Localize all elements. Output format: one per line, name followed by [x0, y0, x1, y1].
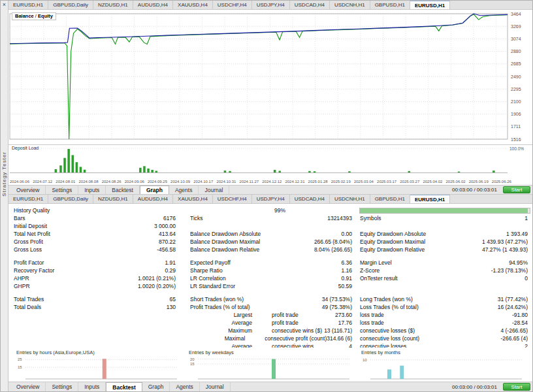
svg-text:25: 25 — [18, 357, 22, 361]
stat-label: Loss Trades (% of total) — [360, 304, 419, 310]
close-icon[interactable]: × — [3, 1, 6, 8]
start-button[interactable]: Start — [503, 186, 530, 193]
backtest-results: History Quality 99% Bars6176Ticks1321439… — [8, 204, 532, 348]
stat-label: Balance Drawdown Maximal — [190, 238, 260, 245]
symbol-tab-usdchf-h4[interactable]: USDCHF,H4 — [213, 195, 252, 203]
tester-tab-settings[interactable]: Settings — [46, 382, 78, 391]
stats-row: Total Net Profit413.64Balance Drawdown A… — [8, 230, 532, 238]
elapsed-time: 00:03:00 / 00:03:01 — [452, 186, 497, 194]
tester-tab-overview[interactable]: Overview — [10, 382, 46, 391]
start-button[interactable]: Start — [503, 383, 530, 391]
symbol-tab-nzdusd-h1[interactable]: NZDUSD,H1 — [93, 1, 133, 9]
symbol-tab-usdcnh-h1[interactable]: USDCNH,H1 — [330, 1, 370, 9]
stat-label: Total Net Profit — [8, 231, 120, 237]
legend-balance-label: Balance — [15, 13, 34, 19]
symbol-tab-usdcad-h4[interactable]: USDCAD,H4 — [290, 195, 330, 203]
tester-tab-overview[interactable]: Overview — [10, 186, 46, 194]
stat-value: 2 — [525, 343, 528, 348]
svg-text:1711: 1711 — [511, 124, 521, 129]
symbol-tab-usdcnh-h1[interactable]: USDCNH,H1 — [330, 195, 370, 203]
stat-label: AHPR — [8, 275, 120, 282]
graph-panel[interactable]: Balance / Equity 34643269307428802685249… — [8, 10, 532, 186]
tester-tab-journal[interactable]: Journal — [199, 186, 229, 194]
stat-label: LR Standard Error — [190, 283, 235, 289]
stat-value: 870.22 — [120, 238, 176, 245]
deposit-load-pane[interactable]: Deposit Load 100.0% — [8, 144, 532, 178]
tester-tab-bar-mid: OverviewSettingsInputsBacktestGraphAgent… — [8, 186, 532, 195]
stat-value: 4 — [349, 343, 352, 348]
stat-value: -1.23 (78.13%) — [491, 267, 528, 274]
svg-text:3269: 3269 — [511, 24, 521, 29]
tester-tab-journal[interactable]: Journal — [200, 382, 231, 391]
tester-tab-inputs[interactable]: Inputs — [78, 186, 106, 194]
tester-tab-inputs[interactable]: Inputs — [78, 382, 106, 391]
balance-equity-chart[interactable]: 3464326930742880268524902295210019061711… — [8, 10, 532, 144]
symbol-tab-nzdusd-h1[interactable]: NZDUSD,H1 — [93, 195, 133, 203]
stat-value: 314.66 (6) — [327, 335, 352, 342]
symbol-tab-gbpusd-daily[interactable]: GBPUSD,Daily — [48, 195, 93, 203]
tester-tab-backtest[interactable]: Backtest — [106, 382, 142, 391]
stat-label: Bars — [8, 215, 120, 221]
date-tick: 2024.10.31 — [216, 180, 236, 184]
history-quality-label: History Quality — [8, 207, 120, 214]
tester-tab-agents[interactable]: Agents — [169, 186, 199, 194]
stat-value: 8.04% (266.65) — [314, 246, 352, 253]
symbol-tab-xauusd-h4[interactable]: XAUUSD,H4 — [173, 195, 213, 203]
stat-label: Margin Level — [360, 259, 392, 266]
stat-label: Long Trades (won %) — [360, 296, 413, 302]
svg-text:2100: 2100 — [511, 99, 521, 104]
symbol-tab-usdjpy-h4[interactable]: USDJPY,H4 — [252, 195, 290, 203]
entry-histograms: Entries by hours (Asia,Europe,USA)1525En… — [8, 348, 532, 382]
symbol-tab-eurusd-h1[interactable]: EURUSD,H1 — [410, 195, 450, 203]
stats-gap — [8, 290, 532, 295]
stat-label: consecutive losses ($) — [360, 327, 415, 334]
stats-row: Total Deals130Profit Trades (% of total)… — [8, 303, 532, 311]
date-tick: 2024.08.26 — [102, 180, 121, 184]
tab-bar-spacer — [231, 382, 452, 391]
stat-value: 0.00 — [341, 231, 352, 237]
date-tick: 2024.08.01 — [56, 180, 75, 184]
date-tick: 2024.11.27 — [240, 180, 259, 184]
tester-tab-graph[interactable]: Graph — [142, 382, 170, 391]
symbol-tab-gbpusd-h1[interactable]: GBPUSD,H1 — [370, 195, 410, 203]
stat-value: 413.64 — [120, 231, 176, 237]
tester-tab-agents[interactable]: Agents — [170, 382, 199, 391]
stat-value: 47.27% (1 439.93) — [482, 246, 528, 253]
stat-label: Recovery Factor — [8, 267, 120, 274]
stat-label: Total Trades — [8, 296, 120, 302]
symbol-tab-xauusd-h4[interactable]: XAUUSD,H4 — [173, 1, 213, 9]
date-tick: 2025.06.19 — [469, 180, 489, 184]
stat-value: 1.0021 (0.21%) — [120, 275, 176, 282]
symbol-tab-usdcad-h4[interactable]: USDCAD,H4 — [290, 1, 330, 9]
stat-label: Ticks — [190, 215, 203, 221]
symbol-tab-bar-top: EURUSD,H1GBPUSD,DailyNZDUSD,H1AUDUSD,H4X… — [8, 1, 532, 10]
stat-value: 1 393.49 — [506, 231, 528, 237]
symbol-tab-eurusd-h1[interactable]: EURUSD,H1 — [8, 195, 48, 203]
date-tick: 2024.10.09 — [170, 180, 190, 184]
stat-value: 94.95% — [509, 259, 528, 266]
stat-value: 49 (75.38%) — [322, 304, 352, 310]
svg-text:2295: 2295 — [511, 87, 521, 91]
symbol-tab-usdchf-h4[interactable]: USDCHF,H4 — [213, 1, 252, 9]
chart-legend: Balance / Equity — [12, 12, 56, 20]
date-tick: 2024.09.25 — [148, 180, 167, 184]
tester-tab-bar-bottom: OverviewSettingsInputsBacktestGraphAgent… — [8, 382, 532, 391]
tester-tab-settings[interactable]: Settings — [46, 186, 78, 194]
symbol-tab-gbpusd-daily[interactable]: GBPUSD,Daily — [48, 1, 93, 9]
stat-prefix: Largest — [190, 312, 252, 318]
svg-text:100.0%: 100.0% — [509, 146, 524, 151]
symbol-tab-audusd-h4[interactable]: AUDUSD,H4 — [133, 1, 173, 9]
stat-label: Gross Loss — [8, 246, 120, 253]
symbol-tab-audusd-h4[interactable]: AUDUSD,H4 — [133, 195, 173, 203]
stat-value: 273.60 — [335, 312, 352, 318]
stat-value: 1 439.93 (47.27%) — [482, 238, 528, 245]
svg-text:1906: 1906 — [511, 112, 521, 116]
symbol-tab-gbpusd-h1[interactable]: GBPUSD,H1 — [370, 1, 410, 9]
symbol-tab-eurusd-h1[interactable]: EURUSD,H1 — [8, 1, 48, 9]
symbol-tab-eurusd-h1[interactable]: EURUSD,H1 — [410, 1, 450, 9]
tester-tab-graph[interactable]: Graph — [140, 186, 169, 194]
main-area: EURUSD,H1GBPUSD,DailyNZDUSD,H1AUDUSD,H4X… — [8, 1, 532, 391]
symbol-tab-usdjpy-h4[interactable]: USDJPY,H4 — [252, 1, 290, 9]
mini-chart-entries-by-weekdays: Entries by weekdays1520 — [189, 350, 352, 380]
tester-tab-backtest[interactable]: Backtest — [106, 186, 140, 194]
